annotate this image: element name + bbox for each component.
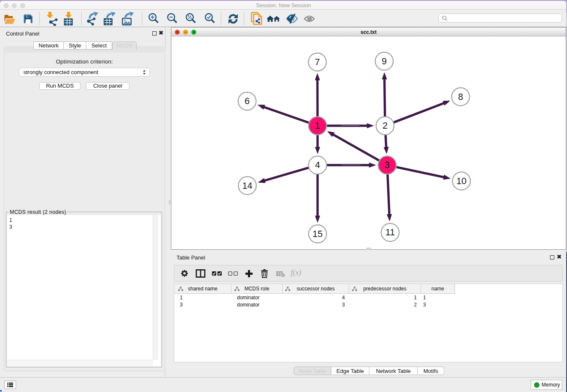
svg-text:1: 1 (315, 121, 320, 131)
svg-text:3: 3 (385, 160, 390, 170)
svg-text:4: 4 (315, 160, 320, 170)
svg-text:7: 7 (315, 57, 320, 67)
svg-text:15: 15 (313, 229, 323, 239)
svg-text:9: 9 (382, 56, 387, 66)
svg-text:6: 6 (245, 96, 250, 106)
svg-text:11: 11 (385, 227, 395, 237)
svg-text:2: 2 (383, 121, 388, 131)
svg-text:14: 14 (242, 181, 253, 191)
svg-text:8: 8 (458, 92, 463, 102)
svg-text:10: 10 (457, 176, 467, 186)
